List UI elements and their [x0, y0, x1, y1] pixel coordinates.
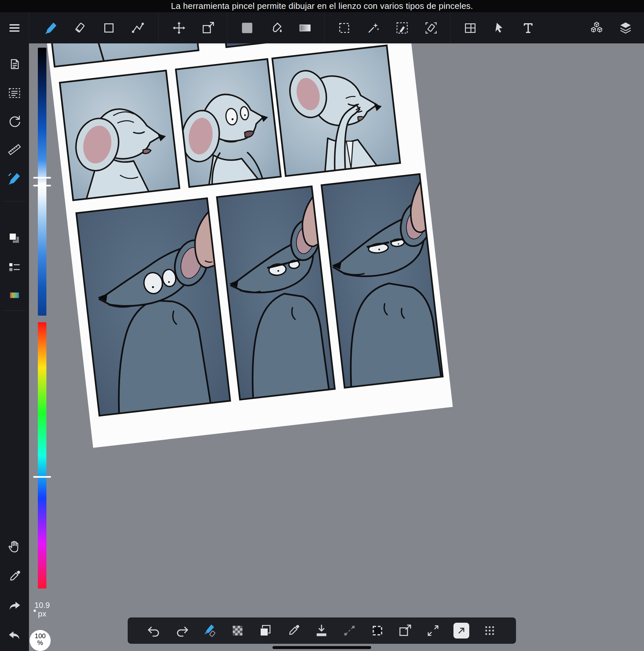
drawing-canvas[interactable] — [29, 43, 644, 651]
hand-icon — [7, 539, 22, 554]
download-icon — [314, 623, 329, 638]
frame-divide-icon — [463, 20, 478, 35]
select-rectangle-button[interactable] — [330, 12, 359, 43]
undo-button[interactable] — [146, 623, 162, 638]
text-tool-button[interactable] — [514, 12, 543, 43]
line-off-icon — [342, 623, 357, 638]
hand-tool-button[interactable] — [7, 539, 22, 554]
zoom-unit: % — [37, 640, 43, 646]
pages-button[interactable] — [7, 57, 22, 72]
deselect-eraser-button[interactable] — [417, 12, 445, 43]
left-sidebar — [0, 43, 29, 651]
zoom-badge[interactable]: 100 % — [30, 630, 51, 651]
color-tools-group — [227, 12, 320, 43]
layer-list-button[interactable] — [7, 259, 22, 275]
gradient-icon — [297, 20, 313, 35]
brush-tool-button[interactable] — [36, 12, 65, 43]
redo-icon — [174, 623, 189, 638]
bottom-toolbar — [128, 617, 516, 644]
curve-tool-button[interactable] — [123, 12, 152, 43]
forward-arrow-icon — [7, 599, 22, 614]
mini-gradient-icon — [7, 288, 22, 303]
transform-tool-button[interactable] — [194, 12, 223, 43]
hamburger-icon — [7, 20, 22, 35]
share-tile-button[interactable] — [453, 623, 469, 639]
value-slider-handle-bottom[interactable] — [33, 185, 51, 186]
magic-wand-button[interactable] — [359, 12, 388, 43]
hue-slider[interactable] — [38, 322, 47, 589]
gradient-palette-button[interactable] — [7, 288, 22, 303]
transform-icon — [200, 20, 215, 35]
hue-slider-handle[interactable] — [33, 476, 51, 478]
brush-settings-icon — [7, 171, 22, 186]
share-forward-button[interactable] — [7, 599, 22, 614]
color-swatches-button[interactable] — [7, 231, 22, 246]
share-arrow-icon — [455, 624, 468, 637]
cursor-select-button[interactable] — [485, 12, 514, 43]
gradient-tool-button[interactable] — [291, 12, 320, 43]
value-slider-handle-top[interactable] — [33, 177, 51, 179]
toast-text: La herramienta pincel permite dibujar en… — [171, 1, 473, 11]
pen-select-icon — [394, 20, 410, 35]
brush-size-indicator-dot — [34, 610, 36, 612]
brush-size-label: 10.9 px — [29, 601, 55, 618]
value-slider[interactable] — [38, 48, 47, 316]
redo-button[interactable] — [174, 623, 189, 638]
layout-tools-group — [450, 12, 543, 43]
sidebar-divider — [3, 201, 26, 202]
duplicate-button[interactable] — [258, 623, 273, 638]
dots-grid-icon — [482, 623, 497, 638]
eraser-tool-button[interactable] — [65, 12, 94, 43]
move-tool-button[interactable] — [165, 12, 194, 43]
eyedropper-icon — [7, 569, 22, 584]
top-toolbar — [0, 12, 644, 43]
fill-bucket-button[interactable] — [262, 12, 291, 43]
brush-size-value: 10.9 — [29, 601, 55, 610]
panel-toggles-group — [582, 12, 644, 43]
workspace-grid-button[interactable] — [482, 623, 497, 638]
ruler-button[interactable] — [7, 142, 22, 157]
fg-bg-colors-icon — [7, 231, 22, 246]
layer-list-icon — [7, 259, 22, 275]
layers-button[interactable] — [611, 12, 640, 43]
fullscreen-button[interactable] — [426, 623, 441, 638]
select-options-button[interactable] — [7, 86, 22, 101]
brush-settings-button[interactable] — [7, 171, 22, 186]
toast-message: La herramienta pincel permite dibujar en… — [0, 0, 644, 12]
rotate-canvas-button[interactable] — [7, 114, 22, 129]
brush-icon — [43, 20, 59, 35]
current-color-button[interactable] — [233, 12, 262, 43]
zoom-value: 100 — [34, 632, 46, 640]
eyedropper-button[interactable] — [7, 569, 22, 584]
duplicate-icon — [258, 623, 273, 638]
selection-border-button[interactable] — [370, 623, 385, 638]
brush-eraser-toggle-button[interactable] — [202, 623, 217, 638]
eyedropper-bottom-button[interactable] — [286, 623, 301, 638]
undo-side-button[interactable] — [7, 629, 22, 644]
sidebar-divider — [3, 310, 26, 311]
transform-out-icon — [398, 623, 413, 638]
frame-divide-button[interactable] — [456, 12, 485, 43]
brush-size-unit: px — [29, 610, 55, 618]
expand-icon — [426, 623, 441, 638]
move-icon — [171, 20, 186, 35]
comic-page — [29, 43, 459, 451]
materials-button[interactable] — [582, 12, 611, 43]
save-download-button[interactable] — [314, 623, 329, 638]
pen-select-button[interactable] — [388, 12, 417, 43]
transparent-bg-button[interactable] — [230, 623, 245, 638]
menu-button[interactable] — [0, 12, 29, 43]
move-tools-group — [158, 12, 223, 43]
ruler-icon — [7, 142, 22, 157]
straight-line-off-button[interactable] — [342, 623, 357, 638]
deselect-eraser-icon — [423, 20, 439, 35]
checkerboard-icon — [230, 623, 245, 638]
undo-arrow-icon — [7, 629, 22, 644]
undo-icon — [146, 623, 162, 638]
cubes-icon — [589, 20, 604, 35]
transform-export-button[interactable] — [398, 623, 413, 638]
medibang-paint-app: { "toast": { "message": "La herramienta … — [0, 0, 644, 651]
home-indicator[interactable] — [272, 646, 371, 649]
shape-tool-button[interactable] — [94, 12, 123, 43]
select-options-icon — [7, 86, 22, 101]
